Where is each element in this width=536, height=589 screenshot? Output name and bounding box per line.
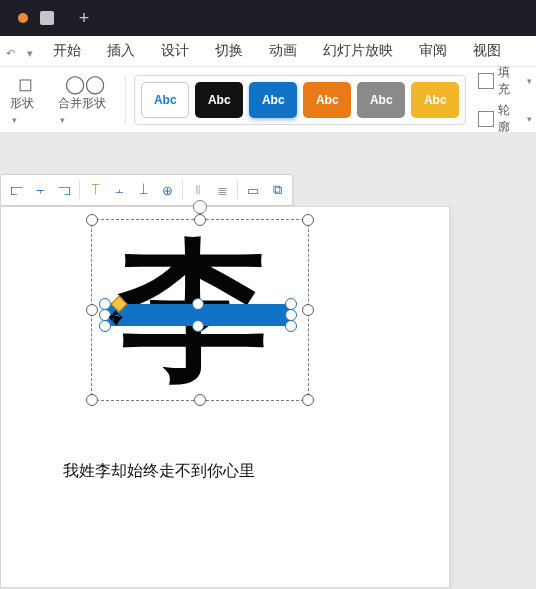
tab-design[interactable]: 设计	[149, 38, 201, 66]
resize-handle[interactable]	[86, 304, 98, 316]
resize-handle[interactable]	[192, 320, 204, 332]
resize-handle[interactable]	[194, 214, 206, 226]
menu-tabs: 开始 插入 设计 切换 动画 幻灯片放映 审阅 视图	[41, 38, 513, 66]
quick-dropdown-icon[interactable]: ▾	[23, 45, 37, 62]
ribbon-separator	[125, 77, 126, 123]
distribute-v-button[interactable]: ≣	[211, 179, 233, 201]
align-left-button[interactable]: ⫍	[5, 179, 27, 201]
align-right-button[interactable]: ⫎	[53, 179, 75, 201]
group-button[interactable]: ⧉	[266, 179, 288, 201]
resize-handle[interactable]	[99, 320, 111, 332]
ribbon: ◻ 形状▾ ◯◯ 合并形状▾ Abc Abc Abc Abc Abc Abc 填…	[0, 66, 536, 134]
new-tab-button[interactable]: +	[72, 6, 96, 30]
toolbar-separator	[182, 181, 183, 199]
title-bar: +	[0, 0, 536, 36]
toolbar-separator	[79, 181, 80, 199]
chevron-down-icon: ▾	[527, 76, 532, 86]
fill-icon	[478, 73, 494, 89]
shape-icon: ◻	[18, 75, 33, 93]
align-center-both-button[interactable]: ⊕	[156, 179, 178, 201]
quick-access: ↶ ▾	[2, 45, 37, 66]
chevron-down-icon: ▾	[527, 114, 532, 124]
resize-handle[interactable]	[285, 320, 297, 332]
tab-home[interactable]: 开始	[41, 38, 93, 66]
rotation-handle-icon[interactable]	[193, 200, 207, 214]
align-middle-v-button[interactable]: ⫠	[108, 179, 130, 201]
outline-icon	[478, 111, 494, 127]
floating-align-toolbar[interactable]: ⫍ ⫟ ⫎ ⟙ ⫠ ⟘ ⊕ ⫴ ≣ ▭ ⧉	[0, 174, 293, 206]
resize-handle[interactable]	[192, 298, 204, 310]
fill-button[interactable]: 填充 ▾	[478, 64, 532, 98]
style-chip-blue[interactable]: Abc	[249, 82, 297, 118]
merge-shapes-icon: ◯◯	[65, 75, 105, 93]
style-chip-gold[interactable]: Abc	[411, 82, 459, 118]
resize-handle[interactable]	[302, 394, 314, 406]
outline-button[interactable]: 轮廓 ▾	[478, 102, 532, 136]
macos-dot-icon	[18, 13, 28, 23]
menu-bar: ↶ ▾ 开始 插入 设计 切换 动画 幻灯片放映 审阅 视图	[0, 36, 536, 66]
tab-review[interactable]: 审阅	[407, 38, 459, 66]
caption-text[interactable]: 我姓李却始终走不到你心里	[63, 461, 255, 482]
tab-view[interactable]: 视图	[461, 38, 513, 66]
undo-icon[interactable]: ↶	[2, 45, 19, 62]
ribbon-group-shapes: ◻ 形状▾ ◯◯ 合并形状▾	[4, 72, 117, 128]
merge-shapes-button[interactable]: ◯◯ 合并形状▾	[52, 72, 117, 128]
distribute-h-button[interactable]: ⫴	[187, 179, 209, 201]
style-chip-gray[interactable]: Abc	[357, 82, 405, 118]
shape-button[interactable]: ◻ 形状▾	[4, 72, 46, 128]
tab-stub	[40, 11, 54, 25]
fit-slide-button[interactable]: ▭	[242, 179, 264, 201]
resize-handle[interactable]	[86, 394, 98, 406]
tab-transition[interactable]: 切换	[203, 38, 255, 66]
resize-handle[interactable]	[302, 214, 314, 226]
align-bottom-button[interactable]: ⟘	[132, 179, 154, 201]
shape-style-gallery: Abc Abc Abc Abc Abc Abc	[134, 75, 466, 125]
resize-handle[interactable]	[194, 394, 206, 406]
slide[interactable]: 李 我姓李却始终走不到你心里	[0, 206, 450, 588]
tab-slideshow[interactable]: 幻灯片放映	[311, 38, 405, 66]
canvas-area[interactable]: ⫍ ⫟ ⫎ ⟙ ⫠ ⟘ ⊕ ⫴ ≣ ▭ ⧉	[0, 132, 536, 589]
blue-rectangle-shape[interactable]	[105, 304, 291, 326]
style-chip-black[interactable]: Abc	[195, 82, 243, 118]
align-top-button[interactable]: ⟙	[84, 179, 106, 201]
style-chip-white[interactable]: Abc	[141, 82, 189, 118]
resize-handle[interactable]	[86, 214, 98, 226]
toolbar-separator	[237, 181, 238, 199]
ribbon-fill-outline: 填充 ▾ 轮廓 ▾	[478, 64, 532, 136]
tab-animation[interactable]: 动画	[257, 38, 309, 66]
align-center-h-button[interactable]: ⫟	[29, 179, 51, 201]
style-chip-orange[interactable]: Abc	[303, 82, 351, 118]
resize-handle[interactable]	[302, 304, 314, 316]
tab-insert[interactable]: 插入	[95, 38, 147, 66]
chevron-down-icon: ▾	[12, 115, 17, 125]
chevron-down-icon: ▾	[60, 115, 65, 125]
